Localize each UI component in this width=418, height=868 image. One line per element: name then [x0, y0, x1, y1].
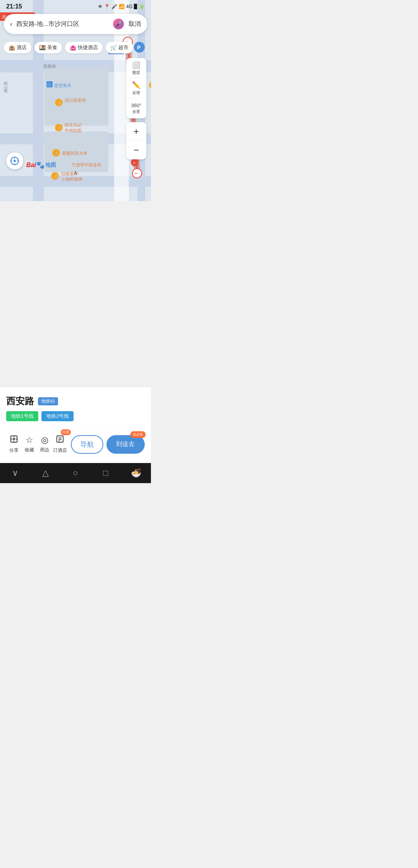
svg-text:🍴: 🍴 [54, 151, 59, 156]
category-filters: 🏨 酒店 🍱 美食 🏩 快捷酒店 🛒 超市 [4, 42, 147, 53]
nav-app[interactable]: 🍜 [127, 466, 145, 480]
special-tag: 特惠 [61, 429, 71, 435]
mic-button[interactable]: 🎤 [112, 18, 125, 30]
svg-text:小海鲜烧烤: 小海鲜烧烤 [61, 177, 82, 181]
layers-button[interactable]: ⬜ 图层 [126, 58, 146, 78]
feedback-label: 反馈 [132, 90, 140, 96]
svg-text:−: − [134, 170, 137, 176]
svg-text:🍴: 🍴 [57, 126, 62, 131]
status-icons: 👁 📍 🎤 📶 4G ▉ 🔋 [98, 4, 145, 9]
nav-back-triangle[interactable]: △ [36, 466, 55, 480]
cancel-button[interactable]: 取消 [128, 20, 141, 28]
hotel-label: 酒店 [17, 44, 27, 51]
location-icon: 📍 [104, 4, 110, 9]
goto-button[interactable]: 错必赔 到这去 [106, 435, 145, 454]
svg-text:🍴: 🍴 [53, 174, 58, 179]
category-budget-hotel[interactable]: 🏩 快捷酒店 [65, 42, 103, 53]
svg-text:+: + [133, 161, 135, 165]
category-food[interactable]: 🍱 美食 [34, 42, 62, 53]
app-icon: 🍜 [131, 468, 141, 478]
svg-text:星空美术: 星空美术 [54, 83, 71, 88]
svg-text:成仁街: 成仁街 [3, 81, 8, 93]
nav-recents[interactable]: □ [96, 466, 115, 480]
svg-text:⬡: ⬡ [47, 82, 51, 87]
nearby-icon: ◎ [41, 435, 48, 445]
hotel-icon: 🏨 [9, 44, 15, 51]
collect-icon: ☆ [26, 435, 33, 445]
wifi-icon: 📶 [119, 4, 125, 9]
zoom-in-icon: + [134, 126, 139, 137]
navigate-button[interactable]: 导航 [71, 435, 103, 454]
hotel-booking-icon [56, 435, 64, 446]
metro-line-2[interactable]: 地铁2号线 [41, 411, 74, 421]
eye-icon: 👁 [98, 4, 103, 9]
svg-text:民政街: 民政街 [43, 64, 56, 68]
panorama-button[interactable]: 360° 全景 [126, 98, 146, 118]
map-tool-group: ⬜ 图层 ✏️ 反馈 360° 全景 [126, 58, 146, 118]
my-location-button[interactable] [6, 152, 23, 169]
metro-lines: 地铁1号线 地铁2号线 [6, 411, 145, 421]
nav-back[interactable]: ∨ [6, 466, 24, 480]
chevron-down-icon: ∨ [12, 468, 18, 478]
signal-bars: ▉ [134, 4, 137, 9]
battery-icon: 🔋 [139, 4, 145, 9]
feedback-icon: ✏️ [132, 81, 140, 89]
supermarket-icon: 🛒 [110, 44, 117, 51]
svg-text:🍴: 🍴 [57, 101, 62, 106]
feedback-button[interactable]: ✏️ 反馈 [126, 78, 146, 98]
place-header: 西安路 地铁站 [6, 395, 145, 407]
budget-hotel-label: 快捷酒店 [78, 44, 98, 51]
zoom-out-button[interactable]: − [126, 141, 146, 159]
hotel-booking-label: 订酒店 [53, 447, 67, 454]
nav-home[interactable]: ○ [66, 466, 85, 480]
svg-text:四川老菜馆: 四川老菜馆 [65, 98, 86, 103]
svg-rect-7 [45, 68, 108, 126]
triangle-icon: △ [42, 468, 49, 478]
navigate-label: 导航 [80, 440, 94, 449]
svg-text:于进军中医诊所: 于进军中医诊所 [72, 162, 101, 167]
share-label: 分享 [9, 447, 19, 454]
svg-text:牛肉拉面: 牛肉拉面 [65, 128, 82, 133]
status-bar: 21:15 👁 📍 🎤 📶 4G ▉ 🔋 [0, 0, 151, 12]
must-earn-badge: 错必赔 [130, 431, 146, 438]
bottom-nav-bar: ∨ △ ○ □ 🍜 [0, 463, 151, 483]
collapse-arrow-icon: ∧ [73, 169, 78, 176]
search-text[interactable]: 西安路-地...市沙河口区 [16, 20, 108, 28]
food-icon: 🍱 [39, 44, 46, 51]
baidu-logo: Bai 🐾 地图 [26, 161, 56, 169]
panorama-label: 全景 [132, 109, 140, 114]
zoom-in-button[interactable]: + [126, 122, 146, 141]
mic-icon: 🎤 [113, 19, 124, 29]
food-label: 美食 [47, 44, 57, 51]
layers-label: 图层 [132, 70, 140, 75]
baidu-map-text: 地图 [45, 162, 56, 169]
map-right-controls: ⬜ 图层 ✏️ 反馈 360° 全景 + − [126, 58, 146, 159]
category-hotel[interactable]: 🏨 酒店 [4, 42, 31, 53]
collect-button[interactable]: ☆ 收藏 [22, 433, 37, 456]
share-button[interactable]: 分享 [6, 432, 22, 456]
back-button[interactable]: ‹ [10, 20, 12, 28]
zoom-controls: + − [126, 122, 146, 159]
metro-line-1[interactable]: 地铁1号线 [6, 411, 38, 421]
svg-text:西北马记: 西北马记 [65, 123, 82, 127]
supermarket-label: 超市 [118, 44, 128, 51]
zoom-out-icon: − [134, 145, 139, 155]
svg-text:新疆阿里大串: 新疆阿里大串 [62, 151, 87, 155]
collect-label: 收藏 [25, 447, 34, 453]
place-name: 西安路 [6, 395, 34, 407]
category-supermarket[interactable]: 🛒 超市 [106, 42, 133, 53]
nearby-button[interactable]: ◎ 周边 [37, 433, 53, 456]
layers-icon: ⬜ [132, 61, 140, 69]
hotel-booking-button[interactable]: 特惠 订酒店 [52, 432, 68, 456]
goto-label: 到这去 [116, 440, 135, 448]
status-time: 21:15 [6, 3, 22, 10]
baidu-text: Bai [26, 162, 36, 169]
collapse-handle[interactable]: ∧ [73, 169, 78, 176]
budget-hotel-icon: 🏩 [70, 44, 76, 51]
share-icon [10, 435, 18, 446]
svg-point-58 [14, 160, 16, 162]
panorama-icon: 360° [131, 103, 142, 108]
bottom-panel: 西安路 地铁站 地铁1号线 地铁2号线 分享 ☆ 收藏 ◎ 周边 [0, 387, 151, 463]
square-icon: □ [103, 468, 108, 478]
action-row: 分享 ☆ 收藏 ◎ 周边 特惠 订酒店 导航 [6, 427, 145, 459]
